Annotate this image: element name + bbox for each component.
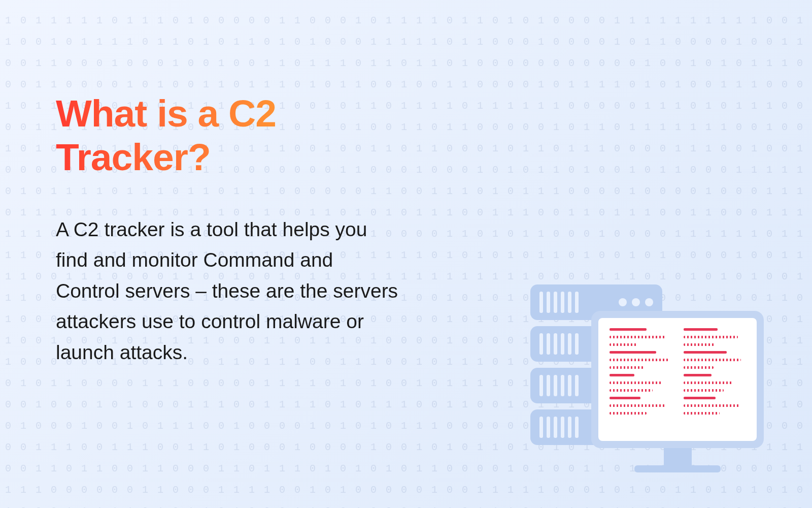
code-column bbox=[684, 328, 746, 431]
page-title: What is a C2 Tracker? bbox=[56, 91, 401, 179]
monitor-display bbox=[598, 318, 757, 441]
monitor-screen bbox=[591, 311, 764, 448]
code-column bbox=[610, 328, 671, 431]
body-text: A C2 tracker is a tool that helps you fi… bbox=[56, 214, 401, 368]
content-area: What is a C2 Tracker? A C2 tracker is a … bbox=[0, 0, 457, 368]
monitor-base bbox=[634, 465, 721, 472]
monitor-icon bbox=[591, 311, 764, 472]
server-monitor-illustration bbox=[530, 269, 764, 472]
monitor-stand bbox=[664, 448, 692, 465]
